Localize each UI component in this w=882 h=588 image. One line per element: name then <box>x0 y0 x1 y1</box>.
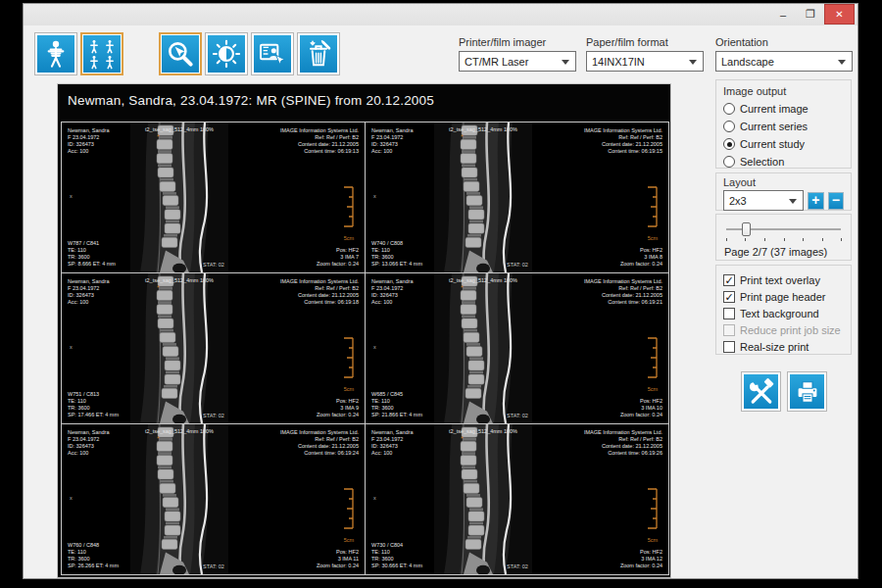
screen: – ❐ ✕ Printer/film imager CT/MR Laser Pa… <box>0 0 882 588</box>
overlay-line: Pos: HF2 <box>620 398 662 405</box>
checkbox-print-page-header[interactable]: ✓Print page header <box>723 288 844 305</box>
scale-label: 5cm <box>342 235 356 241</box>
contrast-icon <box>211 38 242 70</box>
scale-ruler-icon <box>342 487 356 532</box>
checkbox-box[interactable]: ✓ <box>723 291 735 303</box>
delete-button[interactable] <box>297 32 340 75</box>
checkbox-box[interactable] <box>723 341 735 353</box>
checkbox-print-text-overlay[interactable]: ✓Print text overlay <box>723 271 844 288</box>
spine-mri-image <box>130 122 228 272</box>
overlay-patient-info: Newman, SandraF 23.04.1972ID: 326473Acc:… <box>68 429 110 457</box>
film-cell: Newman, SandraF 23.04.1972ID: 326473Acc:… <box>62 122 365 272</box>
layout-decrease-button[interactable]: − <box>828 192 845 210</box>
scale-ruler: 5cm <box>646 185 660 241</box>
overlay-line: F 23.04.1972 <box>371 134 414 141</box>
window-level-button[interactable] <box>205 32 248 75</box>
overlay-patient-info: Newman, SandraF 23.04.1972ID: 326473Acc:… <box>68 278 110 306</box>
overlay-line: ID: 326473 <box>371 292 414 299</box>
print-button[interactable] <box>787 371 827 412</box>
minimize-button[interactable]: – <box>770 4 796 24</box>
overlay-line: 3 IMA 10 <box>620 405 662 412</box>
overlay-line: Ref: Ref / Perf: B2 <box>584 436 662 443</box>
overlay-line: Ref: Ref / Perf: B2 <box>280 436 359 443</box>
radio-circle[interactable] <box>723 121 735 132</box>
zoom-pan-button[interactable] <box>159 32 202 75</box>
radio-label: Current study <box>740 138 805 150</box>
overlay-line: SP: 13.066 ET: 4 mm <box>371 261 422 268</box>
overlay-line: Content date: 21.12.2005 <box>280 443 359 450</box>
overlay-line: TR: 3600 <box>371 556 422 563</box>
overlay-patient-info: Newman, SandraF 23.04.1972ID: 326473Acc:… <box>371 429 414 457</box>
overlay-position-info: Pos: HF23 IMA 8Zoom factor: 0.24 <box>620 247 662 268</box>
overlay-line: TE: 110 <box>68 247 116 254</box>
overlay-line: ID: 326473 <box>371 141 414 148</box>
scale-label: 5cm <box>646 235 660 241</box>
radio-current-image[interactable]: Current image <box>723 103 844 115</box>
layout-select[interactable]: 2x3 <box>723 190 804 211</box>
image-output-title: Image output <box>723 85 844 97</box>
checkbox-label: Reduce print job size <box>740 324 841 336</box>
overlay-line: W760 / C848 <box>68 542 119 549</box>
overlay-side-marker: x <box>373 344 376 351</box>
overlay-technique-info: W730 / C804TE: 110TR: 3600SP: 30.666 ET:… <box>371 542 422 569</box>
orientation-select[interactable]: Landscape <box>715 51 853 72</box>
radio-selection[interactable]: Selection <box>723 156 844 168</box>
radio-circle[interactable] <box>723 103 735 115</box>
radio-current-series[interactable]: Current series <box>723 121 844 132</box>
overlay-line: Ref: Ref / Perf: B2 <box>280 285 359 292</box>
overlay-stat-label: STAT: 02 <box>488 413 547 419</box>
view-single-image-button[interactable] <box>34 32 77 75</box>
radio-current-study[interactable]: Current study <box>723 138 844 150</box>
overlay-sequence-name: t2_tse_sag_512_4mm 100% <box>122 277 236 284</box>
overlay-line: Acc: 100 <box>68 299 110 306</box>
overlay-line: ID: 326473 <box>68 141 110 148</box>
checkbox-label: Text background <box>740 308 819 319</box>
app-window: – ❐ ✕ Printer/film imager CT/MR Laser Pa… <box>23 3 858 579</box>
overlay-line: SP: 26.266 ET: 4 mm <box>68 563 119 569</box>
printer-select[interactable]: CT/MR Laser <box>459 51 576 72</box>
checkbox-label: Real-size print <box>740 341 808 353</box>
overlay-line: Content date: 21.12.2005 <box>280 141 359 148</box>
overlay-sequence-name: t2_tse_sag_512_4mm 100% <box>426 428 540 435</box>
overlay-line: W751 / C813 <box>68 391 119 398</box>
film-cell: Newman, SandraF 23.04.1972ID: 326473Acc:… <box>366 424 668 574</box>
slider-thumb[interactable] <box>742 222 751 236</box>
overlay-line: Pos: HF2 <box>620 549 662 556</box>
print-settings-button[interactable] <box>741 371 781 412</box>
overlay-line: Zoom factor: 0.24 <box>317 412 359 418</box>
radio-circle[interactable] <box>723 156 735 168</box>
overlay-line: TR: 3600 <box>68 254 116 261</box>
page-slider[interactable] <box>724 220 843 238</box>
print-options-group: ✓Print text overlay✓Print page headerTex… <box>715 265 852 355</box>
overlay-study-info: IMAGE Information Systems Ltd.Ref: Ref /… <box>280 429 359 457</box>
overlay-line: Acc: 100 <box>371 299 414 306</box>
overlay-line: Acc: 100 <box>68 148 110 155</box>
overlay-line: Content date: 21.12.2005 <box>584 141 662 148</box>
close-button[interactable]: ✕ <box>824 4 855 24</box>
checkbox-real-size-print[interactable]: Real-size print <box>723 338 844 355</box>
printer-value: CT/MR Laser <box>465 56 528 68</box>
checkbox-box[interactable]: ✓ <box>723 274 735 286</box>
view-image-grid-button[interactable] <box>80 32 123 75</box>
assign-images-button[interactable] <box>251 32 294 75</box>
maximize-button[interactable]: ❐ <box>798 4 823 24</box>
overlay-position-info: Pos: HF23 IMA 12Zoom factor: 0.24 <box>620 549 662 569</box>
overlay-sequence-name: t2_tse_sag_512_4mm 100% <box>426 277 540 284</box>
checkbox-box[interactable] <box>723 308 735 319</box>
layout-title: Layout <box>723 176 844 188</box>
overlay-line: 3 IMA 12 <box>620 556 662 563</box>
radio-circle[interactable] <box>723 138 735 150</box>
overlay-line: 3 IMA 9 <box>317 405 359 412</box>
overlay-line: Pos: HF2 <box>317 549 359 556</box>
paper-format-select[interactable]: 14INX17IN <box>586 51 704 72</box>
overlay-line: TE: 110 <box>371 398 422 405</box>
overlay-line: SP: 8.666 ET: 4 mm <box>68 261 116 268</box>
film-grid: Newman, SandraF 23.04.1972ID: 326473Acc:… <box>61 122 669 575</box>
checkbox-text-background[interactable]: Text background <box>723 305 844 321</box>
patient-icon <box>40 38 72 70</box>
layout-increase-button[interactable]: + <box>808 192 824 210</box>
checkbox-reduce-print-job-size: Reduce print job size <box>723 321 844 338</box>
titlebar[interactable]: – ❐ ✕ <box>24 4 858 25</box>
slider-tick <box>822 238 823 241</box>
overlay-line: Pos: HF2 <box>317 247 359 254</box>
